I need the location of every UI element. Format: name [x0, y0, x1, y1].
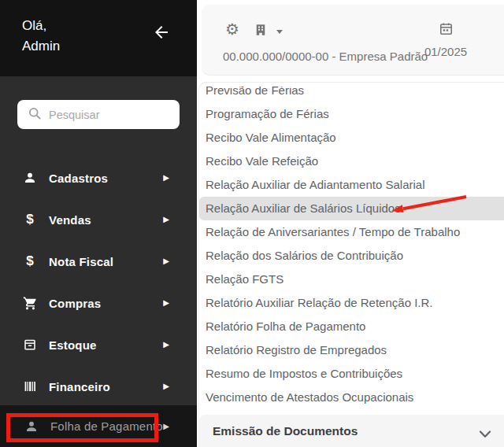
- chevron-right-icon: ▶: [163, 382, 169, 390]
- sidebar-item-compras[interactable]: Compras ▶: [0, 293, 197, 313]
- menu-item-resumo-impostos[interactable]: Resumo de Impostos e Contribuições: [199, 362, 504, 386]
- person-icon: [24, 419, 39, 434]
- company-selector[interactable]: 00.000.000/0000-00 - Empresa Padrão: [223, 50, 428, 63]
- greeting-line2: Admin: [22, 36, 60, 57]
- sidebar: Olá, Admin Cadastros ▶ $ Vendas ▶: [0, 0, 197, 447]
- menu-item-relacao-aux-salarios-liquidos[interactable]: Relação Auxiliar de Salários Líquidos: [199, 197, 504, 220]
- sidebar-header: Olá, Admin: [0, 0, 197, 76]
- caret-down-icon[interactable]: [276, 30, 283, 34]
- box-icon: [22, 337, 38, 353]
- chevron-right-icon: ▶: [163, 299, 169, 307]
- top-bar: ⚙ 00.000.000/0000-00 - Empresa Padrão 01…: [202, 5, 504, 75]
- sidebar-item-label: Financeiro: [49, 380, 110, 393]
- dollar-icon: $: [22, 253, 38, 269]
- chevron-right-icon: ▶: [163, 257, 169, 265]
- menu-item-programacao-ferias[interactable]: Programação de Férias: [199, 102, 504, 126]
- menu-item-relacao-aniversariantes[interactable]: Relação de Aniversariantes / Tempo de Tr…: [199, 220, 504, 244]
- report-list: Previsão de Férias Programação de Férias…: [199, 87, 504, 409]
- menu-item-recibo-vale-refeicao[interactable]: Recibo Vale Refeição: [199, 150, 504, 173]
- menu-item-relacao-aux-adiantamento[interactable]: Relação Auxiliar de Adiantamento Salaria…: [199, 173, 504, 197]
- person-icon: [22, 170, 38, 186]
- menu-item-vencimento-atestados[interactable]: Vencimento de Atestados Ocupacionais: [199, 386, 504, 409]
- collapse-sidebar-arrow-icon[interactable]: [152, 23, 171, 42]
- sidebar-item-label: Vendas: [49, 213, 91, 227]
- calendar-icon: [439, 21, 454, 36]
- report-menu-panel: Previsão de Férias Programação de Férias…: [198, 82, 504, 447]
- barcode-icon: [22, 379, 38, 394]
- menu-item-relatorio-folha-pagamento[interactable]: Relatório Folha de Pagamento: [199, 315, 504, 338]
- sidebar-item-label: Cadastros: [49, 172, 108, 185]
- sidebar-item-cadastros[interactable]: Cadastros ▶: [0, 168, 197, 188]
- section-title: Emissão de Documentos: [213, 424, 358, 438]
- sidebar-item-label: Estoque: [49, 338, 97, 352]
- search-icon: [28, 106, 42, 124]
- menu-item-relatorio-registro-empregados[interactable]: Relatório Registro de Empregados: [199, 338, 504, 362]
- search-input[interactable]: [49, 109, 167, 121]
- sidebar-item-estoque[interactable]: Estoque ▶: [0, 334, 197, 355]
- sidebar-item-label: Folha de Pagamento: [50, 419, 163, 433]
- menu-item-relacao-fgts[interactable]: Relação FGTS: [199, 268, 504, 291]
- chevron-right-icon: ▶: [163, 341, 169, 349]
- greeting-line1: Olá,: [22, 16, 60, 36]
- sidebar-item-label: Compras: [49, 297, 101, 310]
- cart-icon: [22, 295, 38, 311]
- menu-item-relacao-salarios-contribuicao[interactable]: Relação dos Salários de Contribuição: [199, 244, 504, 268]
- sidebar-item-nota-fiscal[interactable]: $ Nota Fiscal ▶: [0, 251, 197, 272]
- chevron-right-icon: ▶: [163, 216, 169, 224]
- menu-item-recibo-vale-alimentacao[interactable]: Recibo Vale Alimentação: [199, 126, 504, 150]
- chevron-right-icon: ▶: [163, 174, 169, 182]
- main-content: ⚙ 00.000.000/0000-00 - Empresa Padrão 01…: [197, 0, 504, 447]
- gear-icon[interactable]: ⚙: [225, 21, 239, 37]
- sidebar-footer: Folha de Pagamento ▶: [0, 405, 197, 447]
- sidebar-item-vendas[interactable]: $ Vendas ▶: [0, 209, 197, 230]
- report-list-clip: Previsão de Férias Programação de Férias…: [199, 87, 504, 411]
- dollar-icon: $: [22, 212, 38, 227]
- app-window: Olá, Admin Cadastros ▶ $ Vendas ▶: [0, 0, 504, 447]
- user-greeting: Olá, Admin: [22, 16, 60, 57]
- chevron-right-icon: ▶: [163, 423, 169, 430]
- search-box[interactable]: [17, 100, 180, 129]
- period-value: 01/2025: [414, 45, 477, 58]
- sidebar-item-label: Nota Fiscal: [49, 255, 113, 268]
- building-icon[interactable]: [254, 23, 268, 37]
- sidebar-item-folha-de-pagamento[interactable]: Folha de Pagamento ▶: [0, 405, 197, 447]
- chevron-down-icon: [479, 427, 491, 435]
- period-selector[interactable]: 01/2025: [414, 21, 477, 58]
- sidebar-item-financeiro[interactable]: Financeiro ▶: [0, 376, 197, 397]
- menu-item-relatorio-aux-retencao-ir[interactable]: Relatório Auxiliar Relação de Retenção I…: [199, 291, 504, 315]
- menu-item-previsao-ferias[interactable]: Previsão de Férias: [199, 87, 504, 102]
- section-emissao-de-documentos[interactable]: Emissão de Documentos: [199, 415, 504, 447]
